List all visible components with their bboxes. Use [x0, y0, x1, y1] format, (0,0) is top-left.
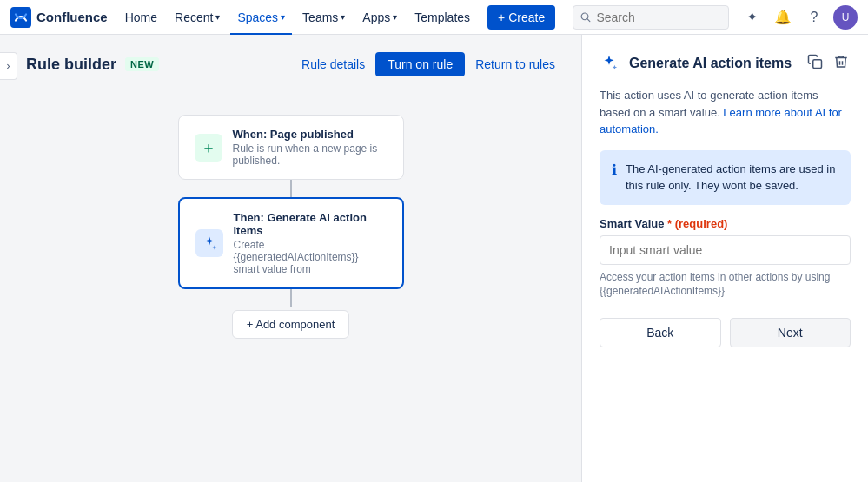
ai-sparkle-icon [600, 53, 620, 74]
panel-header: Generate AI action items [600, 52, 851, 75]
sidebar-toggle-button[interactable]: › [0, 52, 17, 80]
field-hint: Access your action items in other action… [600, 270, 851, 300]
nav-spaces[interactable]: Spaces ▾ [230, 0, 292, 35]
main-layout: › Rule builder NEW Rule details Turn on … [0, 35, 868, 482]
back-button[interactable]: Back [600, 318, 721, 347]
search-input[interactable] [596, 10, 721, 24]
create-button[interactable]: + Create [487, 5, 555, 30]
help-icon[interactable]: ? [802, 5, 826, 30]
panel-description: This action uses AI to generate action i… [600, 87, 851, 138]
smart-value-field: Smart Value * (required) Access your act… [600, 217, 851, 300]
avatar[interactable]: U [833, 5, 858, 30]
trigger-card-title: When: Page published [233, 128, 388, 141]
star-icon[interactable]: ✦ [739, 5, 764, 30]
bell-icon[interactable]: 🔔 [771, 5, 795, 30]
logo[interactable]: Confluence [10, 7, 108, 28]
svg-line-2 [587, 18, 590, 21]
nav-teams[interactable]: Teams ▾ [295, 0, 352, 35]
nav-home[interactable]: Home [118, 0, 164, 35]
trigger-card-content: When: Page published Rule is run when a … [233, 128, 388, 167]
svg-rect-3 [813, 60, 822, 69]
next-button[interactable]: Next [730, 318, 851, 347]
info-box: ℹ The AI-generated action items are used… [600, 150, 851, 205]
info-text: The AI-generated action items are used i… [626, 161, 838, 195]
logo-text: Confluence [36, 10, 108, 24]
add-component-button[interactable]: + Add component [232, 310, 350, 339]
action-card-subtitle: Create {{generatedAIActionItems}} smart … [234, 239, 387, 275]
panel-title: Generate AI action items [629, 56, 797, 71]
header-actions: Rule details Turn on rule Return to rule… [301, 52, 555, 76]
action-ai-icon [195, 229, 223, 257]
confluence-logo-icon [10, 7, 31, 28]
search-icon [580, 11, 591, 23]
nav-templates[interactable]: Templates [407, 0, 477, 35]
action-card-title: Then: Generate AI action items [234, 211, 387, 237]
nav-apps[interactable]: Apps ▾ [355, 0, 404, 35]
connector-line [290, 180, 292, 197]
page-title-area: Rule builder NEW [26, 56, 159, 74]
trigger-card[interactable]: ＋ When: Page published Rule is run when … [178, 115, 404, 180]
nav-recent[interactable]: Recent ▾ [168, 0, 227, 35]
panel-action-buttons [805, 52, 851, 75]
new-badge: NEW [125, 57, 159, 71]
search-box[interactable] [573, 5, 729, 30]
info-icon: ℹ [612, 162, 617, 178]
nav-right-icons: ✦ 🔔 ? U [739, 5, 858, 30]
chevron-down-icon: ▾ [281, 12, 285, 22]
field-label: Smart Value * (required) [600, 217, 851, 230]
rule-details-button[interactable]: Rule details [301, 57, 365, 71]
copy-icon [807, 54, 823, 69]
turn-on-rule-button[interactable]: Turn on rule [375, 52, 465, 76]
delete-icon-button[interactable] [832, 52, 851, 75]
action-card-content: Then: Generate AI action items Create {{… [234, 211, 387, 275]
trigger-icon: ＋ [195, 134, 222, 162]
content-area: Rule builder NEW Rule details Turn on ru… [0, 35, 581, 482]
page-title: Rule builder [26, 56, 116, 74]
top-navigation: Confluence Home Recent ▾ Spaces ▾ Teams … [0, 0, 868, 35]
trash-icon [833, 54, 849, 69]
rule-canvas: ＋ When: Page published Rule is run when … [26, 97, 555, 339]
return-to-rules-button[interactable]: Return to rules [475, 57, 555, 71]
chevron-down-icon: ▾ [215, 12, 220, 22]
chevron-down-icon: ▾ [393, 12, 397, 22]
page-header: Rule builder NEW Rule details Turn on ru… [26, 52, 555, 76]
action-card[interactable]: Then: Generate AI action items Create {{… [178, 197, 404, 289]
smart-value-input[interactable] [600, 235, 851, 265]
copy-icon-button[interactable] [805, 52, 825, 75]
connector-line-2 [290, 289, 292, 307]
required-marker: * (required) [667, 217, 727, 230]
panel-footer: Back Next [600, 318, 851, 347]
right-panel: Generate AI action items [581, 35, 868, 482]
chevron-down-icon: ▾ [341, 12, 345, 22]
trigger-card-subtitle: Rule is run when a new page is published… [233, 142, 388, 167]
